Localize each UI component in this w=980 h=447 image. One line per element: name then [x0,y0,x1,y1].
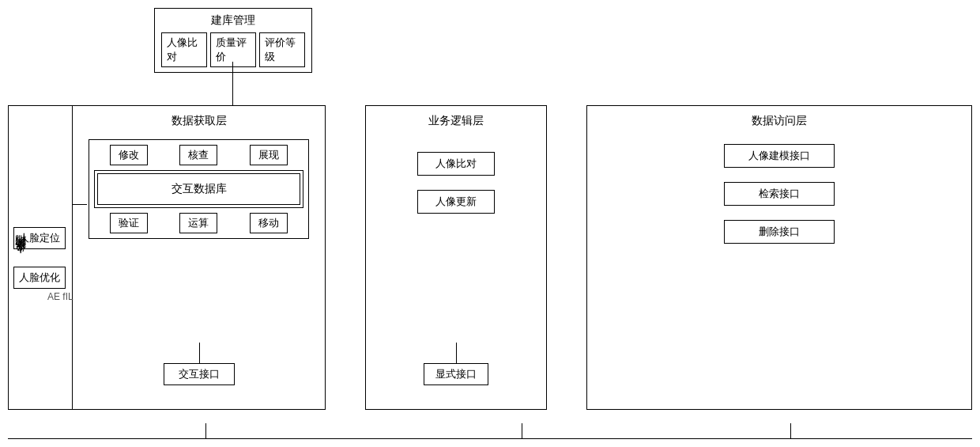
access-to-bottom [790,423,791,439]
gap-data-biz [326,105,365,410]
data-check: 核查 [179,145,217,165]
top-item-2: 评价等级 [259,32,305,67]
access-item-2: 删除接口 [724,220,835,244]
top-box: 建库管理 人像比对 质量评价 评价等级 [154,8,312,73]
left-item-1: 人脸优化 [13,267,66,289]
data-verify: 验证 [110,213,148,233]
top-connector-line [232,62,233,105]
data-calc: 运算 [179,213,217,233]
data-display: 展现 [250,145,288,165]
top-box-items: 人像比对 质量评价 评价等级 [161,32,305,67]
top-box-title: 建库管理 [161,13,305,28]
top-item-0: 人像比对 [161,32,207,67]
main-area: 人像采集前端 人脸定位 人脸优化 数据获取层 修改 核查 展现 [8,105,972,410]
biz-item-0: 人像比对 [417,152,495,176]
bottom-line [8,438,972,439]
biz-col: 业务逻辑层 人像比对 人像更新 显式接口 [365,105,547,410]
biz-to-bottom [522,423,522,439]
left-h-connector [73,204,87,205]
biz-items: 人像比对 人像更新 [377,152,535,214]
access-item-0: 人像建模接口 [724,144,835,168]
data-outer-box: 修改 核查 展现 交互数据库 验证 运算 移动 [89,139,309,239]
db-box: 交互数据库 [97,173,300,205]
left-item-0: 人脸定位 [13,227,66,249]
data-top-row: 修改 核查 展现 [94,145,303,165]
biz-item-1: 人像更新 [417,190,495,214]
diagram-container: 建库管理 人像比对 质量评价 评价等级 人像采集前端 人脸定位 人脸优化 数据获 [0,0,980,447]
access-col-title: 数据访问层 [598,114,960,128]
data-bottom-box: 交互接口 [164,363,235,385]
data-bottom-row: 验证 运算 移动 [94,213,303,233]
gap-biz-access [547,105,586,410]
access-col: 数据访问层 人像建模接口 检索接口 删除接口 [586,105,972,410]
access-items: 人像建模接口 检索接口 删除接口 [598,144,960,244]
biz-bottom-box: 显式接口 [424,363,488,385]
data-col: 数据获取层 修改 核查 展现 交互数据库 验证 运算 移动 [73,105,326,410]
data-col-title: 数据获取层 [84,114,314,128]
left-col-items: 人脸定位 人脸优化 [13,227,66,289]
top-item-1: 质量评价 [210,32,256,67]
ae-fil-label: AE fIL [47,291,74,302]
data-to-bottom [205,423,206,439]
data-modify: 修改 [110,145,148,165]
access-item-1: 检索接口 [724,182,835,206]
left-col: 人像采集前端 人脸定位 人脸优化 [8,105,73,410]
data-move: 移动 [250,213,288,233]
biz-col-title: 业务逻辑层 [377,114,535,128]
data-inner-box: 交互数据库 [94,170,303,208]
